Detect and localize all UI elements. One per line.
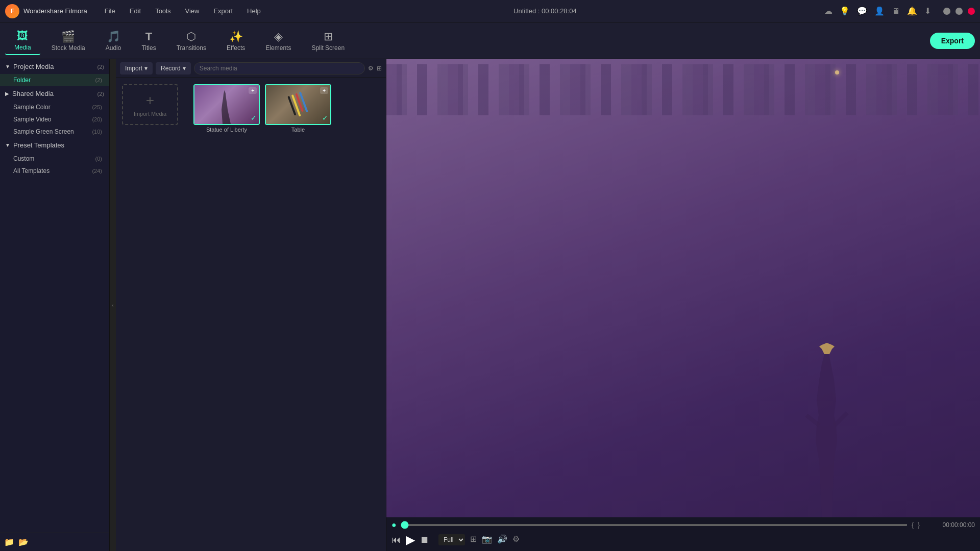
- sidebar-item-all-templates[interactable]: All Templates (24): [0, 165, 109, 177]
- import-placeholder-box[interactable]: + Import Media: [122, 84, 178, 125]
- playhead-dot: ●: [391, 520, 397, 530]
- section-shared-media[interactable]: ▶ Shared Media (2): [0, 86, 109, 101]
- add-folder-icon[interactable]: 📁: [4, 537, 14, 547]
- snapshot-icon[interactable]: 📷: [482, 534, 492, 545]
- effects-icon: ✨: [229, 30, 243, 43]
- toolbar-split-screen[interactable]: ⊞ Split Screen: [302, 27, 354, 55]
- folder-label: Folder: [13, 77, 31, 84]
- menu-edit[interactable]: Edit: [125, 5, 146, 17]
- cloud-icon[interactable]: ☁: [824, 6, 832, 16]
- stock-media-icon: 🎬: [61, 30, 75, 43]
- plus-icon: +: [146, 92, 154, 109]
- menu-view[interactable]: View: [180, 5, 204, 17]
- export-button[interactable]: Export: [930, 33, 975, 49]
- bell-icon[interactable]: 🔔: [907, 6, 917, 16]
- new-folder-icon[interactable]: 📂: [18, 537, 29, 547]
- stop-button[interactable]: ⏹: [420, 535, 429, 545]
- grid-view-icon[interactable]: ⊞: [377, 65, 382, 72]
- menu-export[interactable]: Export: [208, 5, 238, 17]
- record-button[interactable]: Record ▾: [156, 62, 191, 74]
- titles-label: Titles: [141, 44, 156, 52]
- menu-help[interactable]: Help: [242, 5, 266, 17]
- title-bar: F Wondershare Filmora File Edit Tools Vi…: [0, 0, 980, 22]
- sidebar-item-sample-color[interactable]: Sample Color (25): [0, 101, 109, 113]
- toolbar-elements[interactable]: ◈ Elements: [256, 27, 300, 55]
- record-dropdown-icon[interactable]: ▾: [183, 65, 186, 72]
- rewind-button[interactable]: ⏮: [391, 535, 401, 545]
- shared-media-count: (2): [97, 91, 104, 97]
- preview-progress-slider[interactable]: [401, 524, 908, 526]
- audio-label: Audio: [106, 44, 121, 52]
- chat-icon[interactable]: 💬: [857, 6, 867, 16]
- statue-label: Statue of Liberty: [193, 127, 260, 133]
- main-area: ▼ Project Media (2) Folder (2) ▶ Shared …: [0, 59, 980, 551]
- toolbar-audio[interactable]: 🎵 Audio: [96, 27, 131, 55]
- toolbar-stock-media[interactable]: 🎬 Stock Media: [42, 27, 94, 55]
- media-item-table[interactable]: ✦ ✓ Table: [265, 84, 331, 545]
- section-preset-templates[interactable]: ▼ Preset Templates: [0, 138, 109, 153]
- section-project-media[interactable]: ▼ Project Media (2): [0, 59, 109, 74]
- statue-indicator: ✦: [249, 87, 257, 94]
- sidebar-item-folder[interactable]: Folder (2): [0, 74, 109, 86]
- bulb-icon[interactable]: 💡: [840, 6, 850, 16]
- preview-button-row: ⏮ ▶ ⏹ Full 1/2 1/4 ⊞ 📷 🔊 ⚙: [391, 532, 975, 548]
- volume-icon[interactable]: 🔊: [497, 534, 507, 545]
- sidebar-item-sample-green-screen[interactable]: Sample Green Screen (10): [0, 126, 109, 138]
- toolbar-effects[interactable]: ✨ Effects: [217, 27, 254, 55]
- project-media-arrow: ▼: [5, 64, 10, 69]
- preview-slider-row: ● { } 00:00:00:00: [391, 520, 975, 530]
- toolbar-media[interactable]: 🖼 Media: [5, 27, 40, 55]
- table-thumbnail: ✦ ✓: [265, 84, 331, 125]
- statue-check-icon: ✓: [251, 114, 257, 122]
- media-grid: + Import Media ✦ ✓ Statue of Liberty: [116, 78, 386, 551]
- media-toolbar: Import ▾ Record ▾ ⚙ ⊞: [116, 59, 386, 78]
- menu-tools[interactable]: Tools: [150, 5, 176, 17]
- media-icon: 🖼: [17, 30, 28, 43]
- close-button[interactable]: ✕: [968, 8, 975, 15]
- all-templates-count: (24): [92, 168, 102, 174]
- elements-label: Elements: [265, 44, 291, 52]
- main-toolbar: 🖼 Media 🎬 Stock Media 🎵 Audio T Titles ⬡…: [0, 22, 980, 59]
- maximize-button[interactable]: □: [955, 8, 963, 15]
- settings-icon[interactable]: ⚙: [512, 534, 520, 545]
- preview-video: [386, 59, 980, 517]
- audio-icon: 🎵: [107, 30, 120, 43]
- table-indicator: ✦: [320, 87, 328, 94]
- import-media-placeholder[interactable]: + Import Media: [122, 84, 188, 545]
- download-icon[interactable]: ⬇: [924, 6, 931, 16]
- left-panel: ▼ Project Media (2) Folder (2) ▶ Shared …: [0, 59, 110, 551]
- sample-green-screen-label: Sample Green Screen: [13, 128, 74, 135]
- menu-file[interactable]: File: [100, 5, 120, 17]
- import-dropdown-icon[interactable]: ▾: [144, 65, 148, 72]
- titles-icon: T: [145, 30, 152, 43]
- document-title: Untitled : 00:00:28:04: [270, 7, 820, 15]
- app-logo: F: [5, 4, 19, 18]
- custom-count: (0): [95, 156, 102, 162]
- quality-selector[interactable]: Full 1/2 1/4: [438, 534, 465, 545]
- transitions-icon: ⬡: [186, 30, 196, 43]
- search-input[interactable]: [194, 62, 365, 74]
- in-point-icon: {: [912, 521, 914, 529]
- effects-label: Effects: [227, 44, 245, 52]
- record-label: Record: [161, 65, 181, 72]
- toolbar-titles[interactable]: T Titles: [132, 27, 165, 55]
- sidebar-item-sample-video[interactable]: Sample Video (20): [0, 113, 109, 126]
- panel-collapse-button[interactable]: ‹: [110, 59, 116, 551]
- table-label: Table: [265, 127, 331, 133]
- play-pause-button[interactable]: ▶: [406, 533, 415, 547]
- sample-color-label: Sample Color: [13, 104, 51, 111]
- monitor-icon[interactable]: 🖥: [892, 7, 900, 16]
- screen-fit-icon[interactable]: ⊞: [470, 534, 477, 545]
- user-icon[interactable]: 👤: [874, 6, 885, 16]
- filter-icon[interactable]: ⚙: [368, 65, 374, 72]
- minimize-button[interactable]: ─: [943, 8, 950, 15]
- sidebar-item-custom[interactable]: Custom (0): [0, 153, 109, 165]
- toolbar-transitions[interactable]: ⬡ Transitions: [167, 27, 215, 55]
- media-item-statue[interactable]: ✦ ✓ Statue of Liberty: [193, 84, 260, 545]
- sample-color-count: (25): [92, 104, 102, 110]
- preset-templates-arrow: ▼: [5, 142, 10, 148]
- titlebar-icons: ☁ 💡 💬 👤 🖥 🔔 ⬇: [824, 6, 931, 16]
- project-media-title: Project Media: [13, 63, 95, 70]
- import-button[interactable]: Import ▾: [120, 62, 153, 74]
- preview-timestamp: 00:00:00:00: [924, 521, 975, 529]
